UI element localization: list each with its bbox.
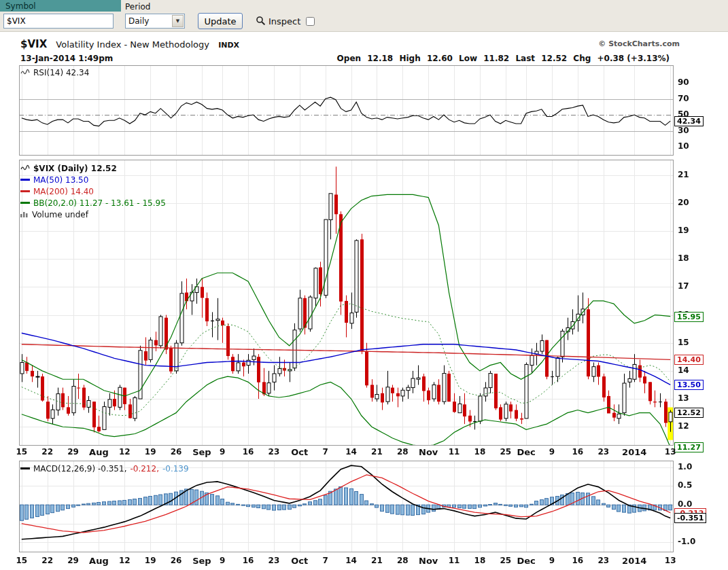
symbol-label: Symbol	[0, 0, 121, 12]
price-value-box: 11.27	[674, 442, 704, 452]
x-axis-label-bottom: 9	[220, 556, 225, 565]
rsi-axis-label: 70	[678, 94, 689, 104]
header-symbol: $VIX	[20, 38, 47, 50]
x-axis-label: 13	[665, 447, 676, 457]
x-axis-label: 11	[449, 447, 460, 457]
ma50-line-icon	[20, 179, 30, 181]
chevron-down-icon[interactable]: ▼	[172, 15, 184, 27]
symbol-input[interactable]	[3, 14, 114, 29]
low-label: Low	[459, 54, 477, 63]
price-axis-label: 21	[678, 170, 689, 180]
x-axis-label-bottom: Dec	[517, 556, 535, 566]
rsi-legend-text: RSI(14) 42.34	[33, 68, 89, 77]
price-value-box: 14.40	[674, 355, 704, 365]
x-axis-label: 22	[41, 447, 53, 457]
macd-value-box: -0.351	[674, 513, 706, 523]
open-value: 12.18	[367, 54, 393, 63]
header-title: Volatility Index - New Methodology	[56, 39, 209, 50]
macd-legend-signal: -0.212,	[130, 464, 159, 474]
volume-bars-icon	[20, 210, 29, 219]
macd-legend-hist: -0.139	[162, 464, 189, 474]
inspect-control: Inspect	[256, 15, 317, 28]
period-label: Period	[125, 2, 150, 12]
x-axis-label-bottom: Sep	[192, 556, 211, 566]
x-axis-label: 9	[220, 447, 225, 457]
period-select[interactable]: Daily ▼	[125, 14, 185, 29]
x-axis-label: 16	[572, 447, 584, 457]
chart-canvas	[0, 65, 728, 570]
x-axis-label: 14	[345, 447, 357, 457]
price-value-box: 13.50	[674, 380, 704, 390]
x-axis-label: 15	[16, 447, 27, 457]
toolbar: Symbol Period Daily ▼ Update Inspect	[0, 0, 728, 32]
ma50-legend: MA(50) 13.50	[33, 175, 88, 185]
x-axis-label: 16	[243, 447, 254, 457]
x-axis-label: 19	[145, 447, 156, 457]
main-legend: $VIX (Daily) 12.52 MA(50) 13.50 MA(200) …	[20, 162, 166, 220]
x-axis-label: 28	[397, 447, 409, 457]
x-axis-label-bottom: 23	[268, 556, 280, 565]
bollinger-legend: BB(20,2.0) 11.27 - 13.61 - 15.95	[33, 198, 166, 208]
macd-legend-main: MACD(12,26,9) -0.351,	[33, 464, 126, 474]
period-value: Daily	[128, 16, 149, 26]
x-axis-label: Nov	[419, 447, 438, 457]
x-axis-label: 29	[67, 447, 79, 457]
x-axis-label-bottom: 28	[397, 556, 409, 565]
x-axis-label-bottom: 11	[449, 556, 460, 565]
search-icon	[256, 16, 266, 28]
x-axis-label-bottom: Nov	[419, 556, 438, 566]
x-axis-label-bottom: 16	[243, 556, 254, 565]
price-axis-label: 19	[678, 226, 689, 236]
symbol-label-text: Symbol	[5, 1, 36, 11]
rsi-axis-label: 90	[678, 77, 689, 88]
inspect-checkbox[interactable]	[306, 17, 315, 26]
rsi-axis-label: 10	[678, 141, 689, 152]
price-axis-label: 12	[678, 421, 689, 431]
x-axis-label-bottom: 2014	[622, 556, 646, 566]
quote-line: Open 12.18 High 12.60 Low 11.82 Last 12.…	[334, 54, 670, 63]
x-axis-label-bottom: 25	[500, 556, 511, 565]
x-axis-label: 2014	[622, 447, 646, 457]
x-axis-label: Aug	[89, 447, 109, 457]
rsi-legend: RSI(14) 42.34	[20, 67, 89, 78]
stockcharts-credit: © StockCharts.com	[598, 39, 680, 48]
x-axis-label-bottom: 29	[67, 556, 79, 565]
x-axis-label-bottom: 14	[345, 556, 357, 565]
x-axis-label: 21	[371, 447, 383, 457]
chart-header: $VIX Volatility Index - New Methodology …	[20, 37, 239, 50]
x-axis-label: 25	[500, 447, 511, 457]
x-axis-label: 7	[323, 447, 328, 457]
x-axis-label-bottom: 19	[145, 556, 156, 565]
open-label: Open	[337, 54, 361, 63]
main-legend-symbol: $VIX (Daily) 12.52	[33, 164, 117, 173]
x-axis-label-bottom: 22	[41, 556, 53, 565]
macd-axis-label: -1.0	[678, 537, 695, 547]
price-axis-label: 13	[678, 393, 689, 404]
x-axis-label-bottom: 7	[323, 556, 328, 565]
rsi-axis-label: 30	[678, 126, 689, 136]
x-axis-label: 18	[474, 447, 486, 457]
x-axis-label-bottom: 13	[665, 556, 676, 565]
rsi-value-box: 42.34	[674, 116, 704, 126]
high-value: 12.60	[427, 54, 453, 63]
x-axis-label-bottom: 26	[171, 556, 182, 565]
x-axis-label-bottom: 12	[119, 556, 131, 565]
price-axis-label: 14	[678, 366, 689, 376]
macd-axis-label: 1.0	[678, 462, 692, 472]
x-axis-label: Sep	[192, 447, 211, 457]
ma200-line-icon	[20, 190, 30, 192]
x-axis-label-bottom: 16	[572, 556, 584, 565]
x-axis-label: 23	[268, 447, 280, 457]
price-axis-label: 20	[678, 198, 689, 208]
update-button[interactable]: Update	[198, 13, 243, 29]
x-axis-label-bottom: Oct	[291, 556, 308, 566]
rsi-line-icon	[20, 68, 31, 77]
x-axis-label-bottom: 15	[16, 556, 27, 565]
header-exchange: INDX	[218, 41, 239, 50]
x-axis-label: Oct	[291, 447, 308, 457]
x-axis-label: Dec	[517, 447, 535, 457]
inspect-label: Inspect	[268, 16, 300, 26]
x-axis-label-bottom: 9	[549, 556, 555, 565]
macd-legend: MACD(12,26,9) -0.351, -0.212, -0.139	[20, 463, 189, 474]
x-axis-label: 23	[597, 447, 609, 457]
